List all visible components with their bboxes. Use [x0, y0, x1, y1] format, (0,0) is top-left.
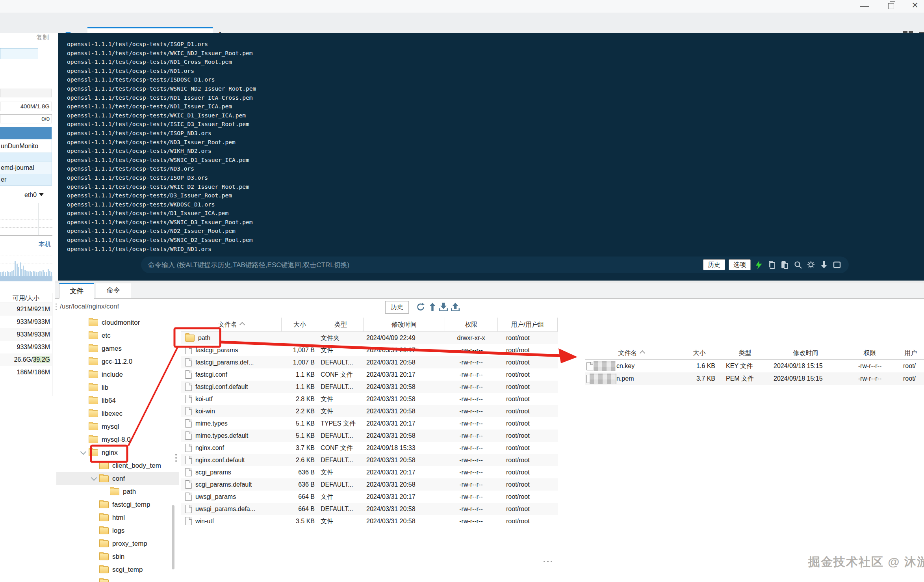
- tree-item-client_body_tem[interactable]: client_body_tem: [56, 459, 179, 472]
- tree-item-nginx[interactable]: nginx: [56, 446, 179, 459]
- file-icon: [185, 407, 192, 415]
- file-row-uwsgi_params.defa...[interactable]: uwsgi_params.defa...664 BDEFAULT...2024/…: [181, 503, 558, 515]
- graph-bar: [44, 272, 45, 276]
- graph-bar: [46, 272, 47, 276]
- tree-item-conf[interactable]: conf: [56, 472, 179, 485]
- tree-item-lib[interactable]: lib: [56, 381, 179, 394]
- terminal-line: openssl-1.1.1/test/ocsp-tests/WIKH_ND2.o…: [67, 147, 256, 156]
- options-button[interactable]: 选项: [729, 259, 751, 270]
- column-header-3[interactable]: 修改时间: [363, 318, 445, 331]
- close-icon[interactable]: ×: [912, 0, 918, 11]
- command-input[interactable]: 命令输入 (按ALT键提示历史,TAB键路径,ESC键返回,双击CTRL切换): [148, 260, 349, 270]
- file-row-fastcgi_params[interactable]: fastcgi_params1,007 B文件2024/03/31 20:17-…: [181, 344, 558, 356]
- tree-item-cloudmonitor[interactable]: cloudmonitor: [56, 316, 179, 329]
- drag-handle-icon[interactable]: [56, 303, 57, 305]
- copy-icon[interactable]: [767, 260, 777, 270]
- tree-item-sbin[interactable]: sbin: [56, 550, 179, 563]
- download-to-icon[interactable]: [438, 302, 449, 312]
- file-icon: [185, 358, 192, 366]
- file-row-fastcgi_params.def...[interactable]: fastcgi_params.def...1,007 BDEFAULT...20…: [181, 356, 558, 368]
- tree-item-fastcgi_temp[interactable]: fastcgi_temp: [56, 498, 179, 511]
- overlay-file-row[interactable]: cn.key1.6 KBKEY 文件2024/09/18 15:15-rw-r-…: [585, 360, 924, 372]
- file-row-scgi_params.default[interactable]: scgi_params.default636 BDEFAULT...2024/0…: [181, 478, 558, 491]
- file-row-path[interactable]: path文件夹2024/04/09 22:49drwxr-xr-xroot/ro…: [181, 332, 558, 344]
- process-list-selected-row[interactable]: [0, 127, 52, 139]
- process-row[interactable]: [0, 152, 52, 162]
- overlay-file-row[interactable]: n.pem3.7 KBPEM 文件2024/09/18 15:15-rw-r--…: [585, 372, 924, 385]
- monitor-input[interactable]: [0, 48, 38, 59]
- window-icon[interactable]: [832, 260, 842, 270]
- column-header-4[interactable]: 权限: [445, 318, 497, 331]
- file-row-scgi_params[interactable]: scgi_params636 B文件2024/03/31 20:17-rw-r-…: [181, 466, 558, 478]
- column-header-5[interactable]: 用户/用户组: [497, 318, 558, 331]
- file-row-fastcgi.conf.default[interactable]: fastcgi.conf.default1.1 KBDEFAULT...2024…: [181, 381, 558, 393]
- annotation-arrow-head-icon: [558, 348, 577, 363]
- overlay-table-rows: cn.key1.6 KBKEY 文件2024/09/18 15:15-rw-r-…: [585, 360, 924, 385]
- up-icon[interactable]: [427, 302, 438, 312]
- path-input[interactable]: /usr/local/nginx/conf: [60, 300, 377, 313]
- local-label[interactable]: 本机: [39, 240, 51, 249]
- tree-item-path[interactable]: path: [56, 485, 179, 498]
- file-row-uwsgi_params[interactable]: uwsgi_params664 B文件2024/03/31 20:17-rw-r…: [181, 491, 558, 503]
- terminal-panel[interactable]: openssl-1.1.1/test/ocsp-tests/ISOP_D1.or…: [58, 33, 924, 281]
- download-icon[interactable]: [819, 260, 829, 270]
- search-icon[interactable]: [793, 260, 803, 270]
- process-list[interactable]: unDunMonitoemd-journaler: [0, 127, 52, 186]
- file-row-mime.types.default[interactable]: mime.types.default5.1 KBDEFAULT...2024/0…: [181, 430, 558, 442]
- process-row[interactable]: emd-journal: [0, 162, 52, 174]
- column-header-0[interactable]: 文件名: [181, 318, 281, 331]
- file-row-koi-utf[interactable]: koi-utf2.8 KB文件2024/03/31 20:58-rw-r--r-…: [181, 393, 558, 405]
- terminal-output: openssl-1.1.1/test/ocsp-tests/ISOP_D1.or…: [67, 40, 256, 253]
- folder-icon: [99, 514, 109, 521]
- upload-from-icon[interactable]: [450, 302, 460, 312]
- tree-item-proxy_temp[interactable]: proxy_temp: [56, 537, 179, 550]
- tree-item-mysql[interactable]: mysql: [56, 420, 179, 433]
- column-header-2[interactable]: 类型: [318, 318, 363, 331]
- folder-icon: [99, 462, 109, 469]
- tree-item-libexec[interactable]: libexec: [56, 407, 179, 420]
- file-row-win-utf[interactable]: win-utf3.5 KB文件2024/03/31 20:58-rw-r--r-…: [181, 515, 558, 527]
- tree-item-gcc-11.2.0[interactable]: gcc-11.2.0: [56, 355, 179, 368]
- path-history-button[interactable]: 历史: [385, 301, 409, 314]
- file-row-mime.types[interactable]: mime.types5.1 KBTYPES 文件2024/03/31 20:17…: [181, 417, 558, 430]
- file-icon: [185, 456, 192, 464]
- file-cell: CONF 文件: [321, 368, 362, 381]
- history-button[interactable]: 历史: [703, 259, 725, 270]
- nic-selector[interactable]: eth0: [24, 192, 44, 199]
- file-name-label: mime.types.default: [195, 430, 248, 442]
- gear-icon[interactable]: [806, 260, 816, 270]
- lightning-icon[interactable]: [754, 260, 764, 270]
- tree-item-scgi_temp[interactable]: scgi_temp: [56, 563, 179, 576]
- file-row-nginx.conf.default[interactable]: nginx.conf.default2.6 KBDEFAULT...2024/0…: [181, 454, 558, 466]
- restore-icon[interactable]: [888, 3, 894, 9]
- tree-item-include[interactable]: include: [56, 368, 179, 381]
- terminal-line: openssl-1.1.1/test/ocsp-tests/ISOP_D1.or…: [67, 40, 256, 49]
- command-input-bar[interactable]: 命令输入 (按ALT键提示历史,TAB键路径,ESC键返回,双击CTRL切换) …: [141, 257, 849, 273]
- chevron-down-icon[interactable]: [91, 475, 97, 481]
- file-row-koi-win[interactable]: koi-win2.2 KB文件2024/03/31 20:58-rw-r--r-…: [181, 405, 558, 417]
- vertical-splitter-dots-icon[interactable]: [175, 454, 177, 456]
- graph-bar: [24, 270, 26, 276]
- file-cell: 1.1 KB: [281, 381, 315, 393]
- refresh-icon[interactable]: [416, 302, 426, 312]
- tree-item-mysql-8.0[interactable]: mysql-8.0: [56, 433, 179, 446]
- chevron-down-icon[interactable]: [80, 449, 87, 455]
- tab-files[interactable]: 文件: [59, 283, 94, 299]
- column-header-1[interactable]: 大小: [281, 318, 318, 331]
- tree-item-lib64[interactable]: lib64: [56, 394, 179, 407]
- tree-scrollbar[interactable]: [172, 505, 174, 569]
- tab-commands[interactable]: 命令: [96, 283, 131, 299]
- tree-item-games[interactable]: games: [56, 342, 179, 355]
- file-row-fastcgi.conf[interactable]: fastcgi.conf1.1 KBCONF 文件2024/03/31 20:1…: [181, 368, 558, 381]
- paste-icon[interactable]: [780, 260, 790, 270]
- graph-bar: [3, 271, 4, 276]
- file-row-nginx.conf[interactable]: nginx.conf3.7 KBCONF 文件2024/09/18 15:33-…: [181, 442, 558, 454]
- tree-item-logs[interactable]: logs: [56, 524, 179, 537]
- file-cell: 636 B: [281, 478, 315, 491]
- process-row[interactable]: unDunMonito: [0, 139, 52, 152]
- tree-item-etc[interactable]: etc: [56, 329, 179, 342]
- minimize-icon[interactable]: [860, 6, 869, 7]
- copy-label[interactable]: 复制: [36, 33, 49, 42]
- tree-item-html[interactable]: html: [56, 511, 179, 524]
- process-row[interactable]: er: [0, 174, 52, 185]
